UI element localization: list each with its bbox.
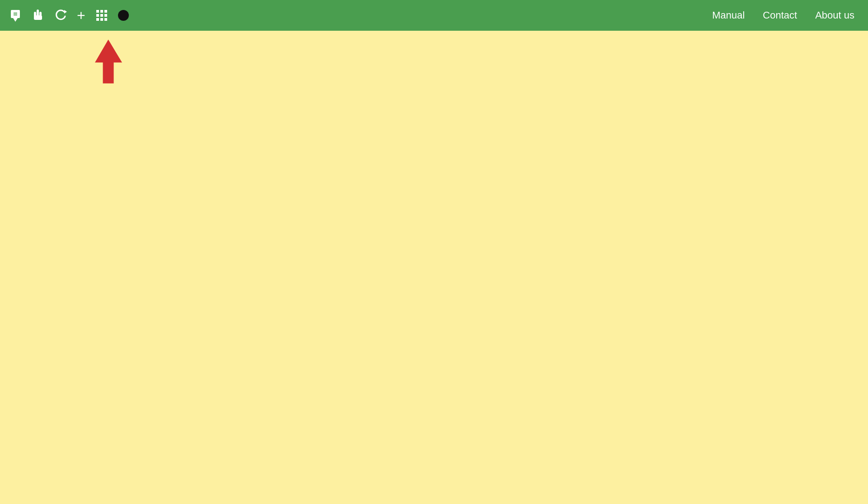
grid-icon[interactable] <box>95 9 108 22</box>
svg-rect-13 <box>100 14 103 17</box>
nav-right-links: Manual Contact About us <box>712 9 854 21</box>
svg-rect-2 <box>14 13 17 14</box>
bookmark-icon[interactable] <box>9 9 22 22</box>
up-arrow <box>95 39 122 86</box>
svg-rect-16 <box>100 18 103 21</box>
contact-link[interactable]: Contact <box>763 9 797 21</box>
refresh-icon[interactable] <box>54 9 67 22</box>
svg-rect-15 <box>96 18 99 21</box>
svg-rect-12 <box>96 14 99 17</box>
svg-marker-8 <box>64 10 67 14</box>
svg-marker-1 <box>13 18 18 22</box>
svg-rect-3 <box>14 14 17 15</box>
svg-rect-14 <box>104 14 107 17</box>
svg-marker-18 <box>95 40 122 84</box>
navbar: + Manual Contact About us <box>0 0 868 31</box>
about-us-link[interactable]: About us <box>815 9 854 21</box>
main-content <box>0 31 868 504</box>
manual-link[interactable]: Manual <box>712 9 745 21</box>
plus-icon[interactable]: + <box>77 8 85 23</box>
svg-rect-10 <box>100 10 103 13</box>
svg-rect-9 <box>96 10 99 13</box>
circle-icon[interactable] <box>118 10 129 21</box>
svg-rect-7 <box>34 15 42 20</box>
svg-rect-0 <box>11 10 20 18</box>
hand-icon[interactable] <box>32 9 44 22</box>
svg-rect-17 <box>104 18 107 21</box>
svg-rect-11 <box>104 10 107 13</box>
nav-left-tools: + <box>9 8 129 23</box>
